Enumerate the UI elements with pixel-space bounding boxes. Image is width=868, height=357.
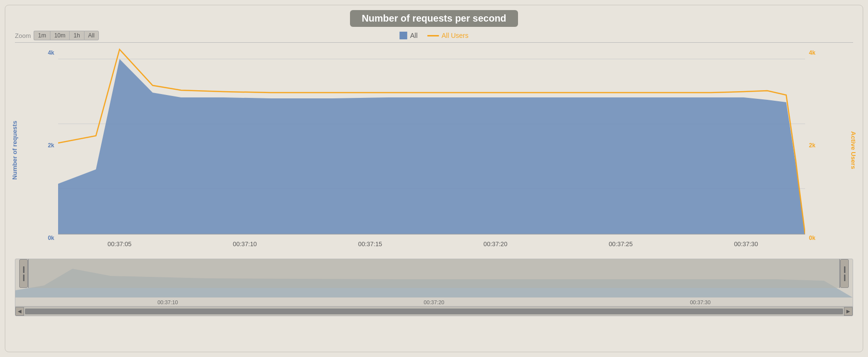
- handle-line: [23, 266, 24, 273]
- chart-title-wrapper: Number of requests per second: [10, 10, 858, 27]
- controls-legend-row: Zoom 1m 10m 1h All All All Users: [10, 31, 858, 40]
- y-label-left-4k: 4k: [48, 49, 54, 56]
- legend-users-line: [427, 35, 439, 36]
- navigator: 00:37:10 00:37:20 00:37:30 ◀ ▶: [15, 259, 853, 316]
- scroll-right-button[interactable]: ▶: [844, 307, 853, 316]
- legend: All All Users: [399, 32, 469, 39]
- handle-lines-right: [844, 266, 845, 281]
- navigator-x-labels: 00:37:10 00:37:20 00:37:30: [15, 299, 853, 305]
- handle-line: [23, 274, 24, 281]
- svg-text:00:37:05: 00:37:05: [108, 240, 132, 248]
- navigator-selected[interactable]: [28, 259, 840, 288]
- y-label-right-4k: 4k: [809, 49, 815, 56]
- navigator-handle-right[interactable]: [840, 259, 849, 288]
- svg-text:00:37:25: 00:37:25: [609, 240, 633, 248]
- chart-container: Number of requests per second Zoom 1m 10…: [5, 5, 863, 352]
- y-axis-right-title: Active Users: [850, 131, 857, 169]
- handle-line: [844, 266, 845, 273]
- legend-users: All Users: [427, 32, 469, 39]
- legend-all-label: All: [410, 32, 418, 39]
- zoom-1h-button[interactable]: 1h: [69, 31, 84, 40]
- y-label-left-2k: 2k: [48, 142, 54, 149]
- legend-all: All: [399, 32, 418, 39]
- navigator-handle-left[interactable]: [19, 259, 28, 288]
- legend-all-box: [399, 32, 407, 39]
- chart-title: Number of requests per second: [350, 10, 518, 27]
- scroll-thumb: [25, 309, 843, 314]
- area-fill-all: [58, 59, 805, 234]
- chart-inner: Number of requests 4k 2k 0k: [10, 45, 858, 256]
- y-label-right-0k: 0k: [809, 235, 815, 241]
- zoom-buttons: 1m 10m 1h All: [34, 31, 99, 40]
- svg-text:00:37:10: 00:37:10: [233, 240, 257, 248]
- scroll-left-button[interactable]: ◀: [15, 307, 24, 316]
- navigator-scrollbar: ◀ ▶: [15, 306, 853, 316]
- y-axis-left: 4k 2k 0k: [34, 45, 58, 256]
- chart-svg: 00:37:05 00:37:10 00:37:15 00:37:20 00:3…: [58, 45, 805, 256]
- legend-users-label: All Users: [442, 32, 469, 39]
- svg-chart: 00:37:05 00:37:10 00:37:15 00:37:20 00:3…: [58, 45, 805, 256]
- svg-text:00:37:30: 00:37:30: [734, 240, 758, 248]
- zoom-label: Zoom: [15, 32, 31, 39]
- scroll-track[interactable]: [25, 309, 843, 314]
- handle-lines-left: [23, 266, 24, 281]
- nav-label-2: 00:37:20: [424, 299, 445, 305]
- nav-label-3: 00:37:30: [690, 299, 711, 305]
- svg-text:00:37:15: 00:37:15: [358, 240, 382, 248]
- y-axis-left-title: Number of requests: [11, 121, 18, 180]
- navigator-inner: [15, 259, 853, 298]
- y-label-right-2k: 2k: [809, 142, 815, 149]
- divider: [15, 42, 853, 43]
- handle-line: [844, 274, 845, 281]
- y-label-left-0k: 0k: [48, 235, 54, 241]
- svg-text:00:37:20: 00:37:20: [483, 240, 507, 248]
- zoom-1m-button[interactable]: 1m: [34, 31, 50, 40]
- zoom-10m-button[interactable]: 10m: [50, 31, 69, 40]
- zoom-all-button[interactable]: All: [84, 31, 99, 40]
- y-axis-right: 4k 2k 0k: [805, 45, 834, 256]
- nav-label-1: 00:37:10: [157, 299, 178, 305]
